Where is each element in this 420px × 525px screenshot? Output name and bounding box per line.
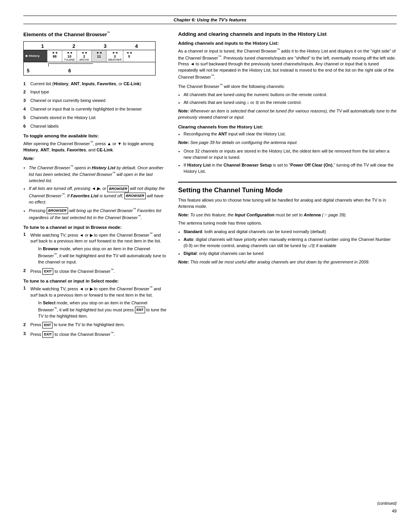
right-section-title: Adding and clearing channels and inputs … xyxy=(178,31,397,37)
clearing-bullet-1: Reconfiguring the ANT input will clear t… xyxy=(184,131,397,137)
list-item-5: 5 Channels stored in the History List xyxy=(23,115,167,121)
browse-step-2: 2 Press EXIT to close the Channel Browse… xyxy=(23,268,167,275)
diag-num-3: 3 xyxy=(89,43,121,49)
select-steps: 1 While watching TV, press ◄ or ▶ to ope… xyxy=(23,285,167,338)
cell-5: ◄◄ 5 xyxy=(123,50,135,62)
option-digital: Digital: only digital channels can be tu… xyxy=(184,251,397,257)
clearing-bullet-2: Once 32 channels or inputs are stored in… xyxy=(184,148,397,161)
list-item-1: 1 Current list (History, ANT, Inputs, Fa… xyxy=(23,81,167,87)
note-2: If all lists are turned off, pressing ◄ … xyxy=(29,186,167,205)
browse-step-1: 1 While watching TV, press ◄ or ▶ to ope… xyxy=(23,232,167,265)
list-item-2: 2 Input type xyxy=(23,89,167,95)
browse-indent-1: In Browse mode, when you stop on an item… xyxy=(38,246,167,265)
adding-bullets: All channels that are tuned using the nu… xyxy=(184,92,397,106)
note-3: Pressing BROWSER will bring up the Chann… xyxy=(29,207,167,221)
cell-tvland: ◄◄ 10 TVLAND xyxy=(62,50,77,62)
diagram-bottom-numbers: 5 6 xyxy=(24,67,155,75)
select-step-1: 1 While watching TV, press ◄ or ▶ to ope… xyxy=(23,285,167,320)
clearing-note-1: Note: See page 39 for details on configu… xyxy=(178,140,397,146)
left-column: Elements of the Channel Browser™ 1 2 3 4… xyxy=(23,31,167,340)
select-mode-title: To tune to a channel or input in Select … xyxy=(23,279,167,283)
list-item-4: 4 Channel or input that is currently hig… xyxy=(23,106,167,112)
setting-note: Note: To use this feature, the Input Con… xyxy=(178,212,397,218)
final-note: Note: This mode will be most useful afte… xyxy=(178,259,397,265)
clearing-bullet-3: If History List in the Channel Browser S… xyxy=(184,162,397,175)
adding-note: Note: Whenever an item is selected that … xyxy=(178,108,397,121)
browse-steps: 1 While watching TV, press ◄ or ▶ to ope… xyxy=(23,232,167,275)
browse-mode-title: To tune to a channel or input in Browse … xyxy=(23,225,167,230)
diag-num-6: 6 xyxy=(68,68,71,74)
option-auto: Auto: digital channels will have priorit… xyxy=(184,237,397,249)
select-indent-1: In Select mode, when you stop on an item… xyxy=(38,300,167,320)
select-step-3: 3 Press EXIT to close the Channel Browse… xyxy=(23,331,167,338)
right-column: Adding and clearing channels and inputs … xyxy=(178,31,397,340)
clearing-bullets-1: Reconfiguring the ANT input will clear t… xyxy=(184,131,397,137)
adding-title: Adding channels and inputs to the Histor… xyxy=(178,41,397,46)
page-number: 49 xyxy=(392,509,397,513)
toggle-title: To toggle among the available lists: xyxy=(23,133,167,138)
page: Chapter 6: Using the TV's features Eleme… xyxy=(0,0,420,525)
chapter-header-text: Chapter 6: Using the TV's features xyxy=(173,18,246,22)
note-1: The Channel Browser™ opens in History Li… xyxy=(29,164,167,184)
setting-channel-title: Setting the Channel Tuning Mode xyxy=(178,182,397,194)
cell-11: ◄◄ 11 xyxy=(91,50,106,62)
cell-88: ◄◄ 88 xyxy=(47,50,62,62)
chapter-header: Chapter 6: Using the TV's features xyxy=(23,16,397,24)
diag-num-5: 5 xyxy=(27,68,30,74)
diagram-browser-row: ▶ History ◄◄ 88 ◄◄ 10 TVLAND ◄◄ 2 ARCH xyxy=(24,50,155,62)
diag-num-1: 1 xyxy=(27,43,58,49)
adding-bullet-2: All channels that are tuned using ⌂ or ☰… xyxy=(184,100,397,106)
channel-browser-diagram: 1 2 3 4 ▶ History ◄◄ 88 ◄◄ 1 xyxy=(23,41,156,76)
adding-bullet-1: All channels that are tuned using the nu… xyxy=(184,92,397,98)
option-standard: Standard: both analog and digital channe… xyxy=(184,229,397,235)
two-col-layout: Elements of the Channel Browser™ 1 2 3 4… xyxy=(23,31,397,340)
note-label: Note: xyxy=(23,156,167,162)
adding-para-1: As a channel or input is tuned, the Chan… xyxy=(178,47,397,81)
bracket-5 xyxy=(48,63,93,67)
options-intro: The antenna tuning mode has three option… xyxy=(178,220,397,227)
bracket-group xyxy=(48,63,93,67)
toggle-text: After opening the Channel Browser™, pres… xyxy=(23,140,167,153)
adding-para-2: The Channel Browser™ will store the foll… xyxy=(178,83,397,90)
setting-intro: This feature allows you to choose how tu… xyxy=(178,197,397,210)
list-item-3: 3 Channel or input currently being viewe… xyxy=(23,98,167,104)
options-list: Standard: both analog and digital channe… xyxy=(184,229,397,257)
diag-num-2: 2 xyxy=(58,43,90,49)
diagram-brackets xyxy=(24,62,155,67)
elements-title: Elements of the Channel Browser™ xyxy=(23,31,167,37)
cell-archd: ◄◄ 2 ARCHD xyxy=(77,50,91,62)
cell-weather: ◄◄ 3 WEATHER xyxy=(106,50,123,62)
diagram-numbers: 1 2 3 4 xyxy=(24,42,155,50)
diag-num-4: 4 xyxy=(121,43,152,49)
elements-list: 1 Current list (History, ANT, Inputs, Fa… xyxy=(23,81,167,130)
continued-text: (continued) xyxy=(377,501,397,506)
history-label: ▶ History xyxy=(24,50,47,62)
clearing-title: Clearing channels from the History List: xyxy=(178,125,397,129)
select-step-2: 2 Press ENT to tune the TV to the highli… xyxy=(23,322,167,328)
notes-list: The Channel Browser™ opens in History Li… xyxy=(29,164,167,221)
clearing-bullets-2: Once 32 channels or inputs are stored in… xyxy=(184,148,397,175)
list-item-6: 6 Channel labels xyxy=(23,123,167,130)
